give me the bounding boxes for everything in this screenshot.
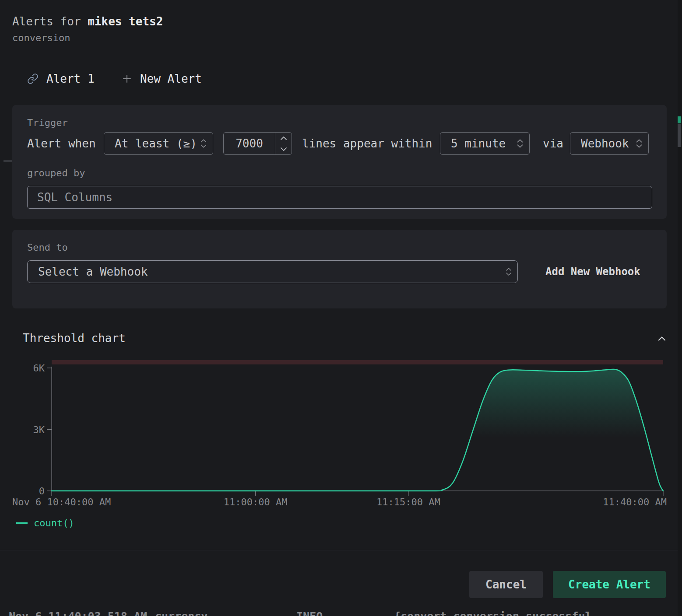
page-title: Alerts for mikes tets2 [12, 15, 163, 28]
time-window-select-value: 5 minute [451, 137, 506, 150]
y-tick-label: 6K [33, 363, 45, 374]
page-title-prefix: Alerts for [12, 15, 88, 28]
page-edge-fleck [678, 124, 681, 147]
alerts-modal: Alerts for mikes tets2 conversion Alert … [0, 0, 682, 616]
group-by-input[interactable] [27, 186, 652, 209]
threshold-chart: 03K6KNov 6 10:40:00 AM11:00:00 AM11:15:0… [0, 358, 682, 511]
collapse-chart-button[interactable] [654, 331, 670, 346]
chart-legend[interactable]: count() [16, 518, 74, 528]
x-tick-label: Nov 6 10:40:00 AM [12, 497, 111, 508]
send-to-label: Send to [27, 242, 68, 253]
spinner-down-button[interactable] [275, 144, 292, 154]
channel-select-value: Webhook [581, 137, 629, 150]
page-edge-fleck [678, 116, 681, 123]
threshold-chart-title: Threshold chart [23, 332, 126, 345]
chevron-up-icon [280, 136, 287, 141]
cancel-button[interactable]: Cancel [469, 571, 543, 598]
x-tick-label: 11:15:00 AM [376, 497, 440, 508]
chevron-down-icon [280, 147, 287, 152]
legend-line-swatch [16, 522, 28, 524]
plus-icon [122, 74, 132, 84]
chevron-up-icon [656, 332, 668, 345]
legend-series-label: count() [34, 518, 74, 528]
page-subtitle: conversion [12, 32, 70, 43]
condition-select[interactable]: At least (≥) [104, 132, 213, 155]
chevron-up-down-icon [516, 138, 524, 149]
background-log-row: Nov 6 11:40:03.518 AM currency INFO {con… [0, 609, 682, 616]
spinner-up-button[interactable] [275, 133, 292, 144]
log-message: {convert conversion successful [394, 610, 592, 616]
trigger-label: Trigger [27, 117, 68, 128]
page-edge-strip [678, 0, 682, 616]
threshold-input-value[interactable]: 7000 [224, 133, 275, 154]
via-text: via [543, 132, 563, 155]
channel-select[interactable]: Webhook [570, 132, 649, 155]
series-area [52, 369, 663, 491]
webhook-select[interactable]: Select a Webhook [27, 260, 518, 283]
add-new-webhook-button[interactable]: Add New Webhook [538, 260, 648, 283]
tab-alert-1[interactable]: Alert 1 [27, 68, 95, 89]
grouped-by-label: grouped by [27, 168, 85, 178]
threshold-spinner [275, 133, 292, 154]
threshold-band [52, 360, 663, 364]
alert-tabs: Alert 1 New Alert [0, 66, 682, 94]
x-tick-label: 11:40:00 AM [603, 497, 667, 508]
log-timestamp: Nov 6 11:40:03.518 AM [9, 610, 147, 616]
threshold-input[interactable]: 7000 [223, 132, 292, 155]
send-to-section: Send to Select a Webhook Add New Webhook [12, 230, 667, 308]
condition-select-value: At least (≥) [115, 137, 197, 150]
link-icon [27, 73, 39, 84]
lines-appear-text: lines appear within [302, 132, 432, 155]
chevron-up-down-icon [200, 138, 207, 149]
chevron-up-down-icon [635, 138, 643, 149]
log-service: currency [155, 610, 207, 616]
create-alert-button[interactable]: Create Alert [553, 571, 666, 598]
log-level: INFO [296, 610, 323, 616]
page-title-source-name: mikes tets2 [88, 15, 163, 28]
y-tick-label: 0 [39, 486, 45, 497]
tab-new-alert-label: New Alert [140, 72, 202, 85]
tab-alert-1-label: Alert 1 [46, 72, 95, 85]
webhook-select-value: Select a Webhook [38, 265, 148, 278]
alert-when-text: Alert when [27, 132, 96, 155]
x-tick-label: 11:00:00 AM [224, 497, 288, 508]
time-window-select[interactable]: 5 minute [440, 132, 530, 155]
y-tick-label: 3K [33, 424, 45, 435]
chevron-up-down-icon [505, 267, 512, 276]
footer-divider [0, 550, 682, 550]
trigger-section: Trigger Alert when At least (≥) 7000 lin… [12, 105, 667, 219]
tab-new-alert[interactable]: New Alert [122, 68, 202, 89]
